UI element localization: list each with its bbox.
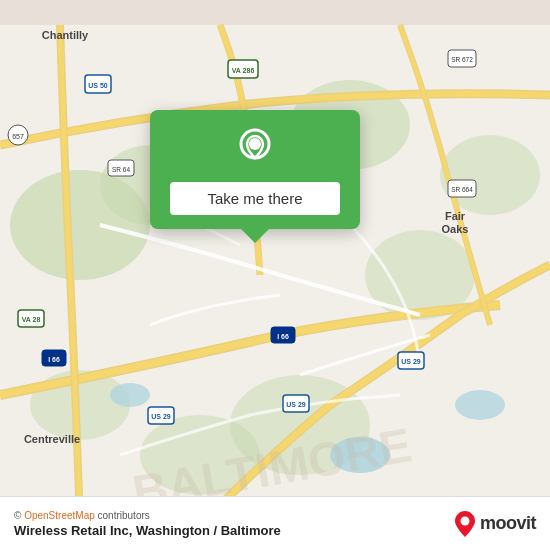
osm-attribution: © OpenStreetMap contributors bbox=[14, 510, 281, 521]
svg-point-42 bbox=[249, 138, 261, 150]
svg-text:SR 664: SR 664 bbox=[451, 186, 473, 193]
svg-point-11 bbox=[455, 390, 505, 420]
svg-text:US 29: US 29 bbox=[286, 401, 306, 408]
svg-text:VA 286: VA 286 bbox=[232, 67, 255, 74]
map-container: US 50 VA 286 SR 672 SR 664 657 SR 64 VA … bbox=[0, 0, 550, 550]
svg-text:US 29: US 29 bbox=[401, 358, 421, 365]
svg-text:Oaks: Oaks bbox=[442, 223, 469, 235]
moovit-text: moovit bbox=[480, 513, 536, 534]
moovit-logo: moovit bbox=[454, 510, 536, 538]
location-pin-icon bbox=[233, 128, 277, 172]
svg-text:Chantilly: Chantilly bbox=[42, 29, 89, 41]
svg-text:657: 657 bbox=[12, 133, 24, 140]
svg-text:Centreville: Centreville bbox=[24, 433, 80, 445]
bottom-info: © OpenStreetMap contributors Wireless Re… bbox=[14, 510, 281, 538]
svg-text:SR 672: SR 672 bbox=[451, 56, 473, 63]
svg-point-10 bbox=[110, 383, 150, 407]
popup-card: Take me there bbox=[150, 110, 360, 229]
svg-text:I 66: I 66 bbox=[48, 356, 60, 363]
svg-point-43 bbox=[460, 516, 469, 525]
location-label: Wireless Retail Inc, Washington / Baltim… bbox=[14, 523, 281, 538]
svg-text:I 66: I 66 bbox=[277, 333, 289, 340]
moovit-pin-icon bbox=[454, 510, 476, 538]
svg-text:VA 28: VA 28 bbox=[22, 316, 41, 323]
bottom-bar: © OpenStreetMap contributors Wireless Re… bbox=[0, 496, 550, 550]
svg-text:US 50: US 50 bbox=[88, 82, 108, 89]
svg-text:SR 64: SR 64 bbox=[112, 166, 130, 173]
svg-text:Fair: Fair bbox=[445, 210, 466, 222]
svg-text:US 29: US 29 bbox=[151, 413, 171, 420]
take-me-there-button[interactable]: Take me there bbox=[170, 182, 340, 215]
